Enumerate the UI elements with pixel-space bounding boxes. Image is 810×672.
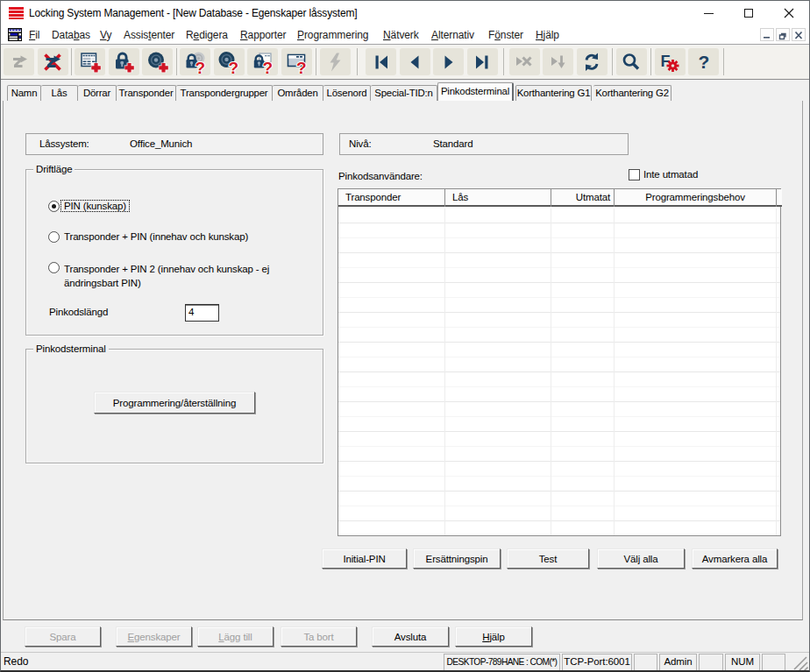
svg-text:?: ? xyxy=(195,58,205,74)
svg-text:?: ? xyxy=(296,58,307,74)
svg-text:?: ? xyxy=(262,58,273,74)
svg-text:?: ? xyxy=(698,51,709,71)
svg-text:?: ? xyxy=(229,58,239,74)
